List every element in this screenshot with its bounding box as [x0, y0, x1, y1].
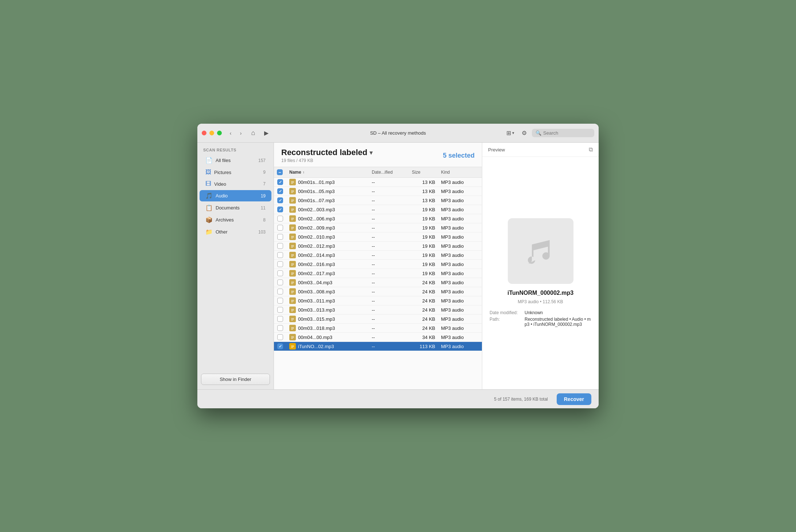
maximize-button[interactable]: [217, 131, 222, 135]
sidebar-item-other[interactable]: 📁 Other 103: [200, 226, 271, 238]
file-name: 00m02...006.mp3: [298, 216, 335, 221]
file-kind: MP3 audio: [438, 207, 482, 212]
sidebar-item-video[interactable]: 🎞 Video 7: [200, 178, 271, 189]
table-row[interactable]: 00m04...00.mp3 -- 34 KB MP3 audio: [274, 333, 482, 342]
file-checkbox-cell[interactable]: [274, 280, 286, 285]
file-checkbox[interactable]: [277, 307, 283, 313]
file-size: 13 KB: [409, 198, 438, 203]
table-row[interactable]: 00m03...011.mp3 -- 24 KB MP3 audio: [274, 296, 482, 305]
file-checkbox-cell[interactable]: [274, 343, 286, 349]
header-name[interactable]: Name ↑: [286, 169, 369, 175]
table-row[interactable]: 00m02...003.mp3 -- 19 KB MP3 audio: [274, 205, 482, 214]
view-toggle-button[interactable]: ⊞ ▾: [504, 128, 517, 138]
svg-rect-48: [290, 289, 295, 294]
file-checkbox-cell[interactable]: [274, 188, 286, 194]
file-checkbox-cell[interactable]: [274, 325, 286, 331]
svg-rect-60: [290, 317, 295, 321]
file-checkbox[interactable]: [277, 325, 283, 331]
file-checkbox-cell[interactable]: [274, 197, 286, 203]
table-row[interactable]: 00m02...012.mp3 -- 19 KB MP3 audio: [274, 242, 482, 251]
search-input[interactable]: [543, 130, 591, 136]
file-size: 19 KB: [409, 252, 438, 258]
table-row[interactable]: 00m02...006.mp3 -- 19 KB MP3 audio: [274, 214, 482, 223]
file-checkbox-cell[interactable]: [274, 225, 286, 231]
table-row[interactable]: 00m01s...07.mp3 -- 13 KB MP3 audio: [274, 196, 482, 205]
file-checkbox-cell[interactable]: [274, 216, 286, 221]
file-checkbox-cell[interactable]: [274, 270, 286, 276]
file-checkbox-cell[interactable]: [274, 243, 286, 249]
file-checkbox[interactable]: [277, 225, 283, 231]
preview-details: Date modified: Unknown Path: Reconstruct…: [490, 310, 591, 328]
file-type-icon: [289, 224, 296, 231]
file-checkbox[interactable]: [277, 243, 283, 249]
header-date[interactable]: Date...ified: [369, 169, 409, 175]
sidebar-item-documents[interactable]: 📋 Documents 11: [200, 202, 271, 213]
filter-button[interactable]: ⚙: [519, 128, 529, 138]
recover-button[interactable]: Recover: [557, 393, 591, 405]
title-dropdown-chevron[interactable]: ▾: [370, 149, 372, 156]
file-type-icon: [289, 334, 296, 340]
select-all-checkbox[interactable]: [277, 169, 283, 175]
table-row[interactable]: 00m03...015.mp3 -- 24 KB MP3 audio: [274, 315, 482, 324]
sidebar-item-all-files[interactable]: 📄 All files 157: [200, 155, 271, 166]
file-checkbox[interactable]: [277, 298, 283, 304]
forward-button[interactable]: ›: [236, 129, 245, 138]
file-checkbox-cell[interactable]: [274, 234, 286, 240]
table-row[interactable]: 00m03...008.mp3 -- 24 KB MP3 audio: [274, 287, 482, 296]
table-row[interactable]: 00m02...009.mp3 -- 19 KB MP3 audio: [274, 223, 482, 232]
sidebar-item-archives[interactable]: 📦 Archives 8: [200, 214, 271, 225]
file-checkbox[interactable]: [277, 252, 283, 258]
file-name-cell: 00m01s...01.mp3: [286, 179, 369, 185]
file-checkbox[interactable]: [277, 343, 283, 349]
file-checkbox[interactable]: [277, 280, 283, 285]
file-checkbox[interactable]: [277, 270, 283, 276]
header-checkbox[interactable]: [274, 169, 286, 175]
file-checkbox-cell[interactable]: [274, 261, 286, 267]
show-in-finder-button[interactable]: Show in Finder: [201, 374, 270, 385]
home-button[interactable]: ⌂: [248, 128, 258, 138]
file-checkbox-cell[interactable]: [274, 289, 286, 294]
file-date: --: [369, 344, 409, 349]
file-checkbox-cell[interactable]: [274, 179, 286, 185]
file-checkbox[interactable]: [277, 216, 283, 221]
file-checkbox[interactable]: [277, 188, 283, 194]
file-checkbox-cell[interactable]: [274, 252, 286, 258]
table-row[interactable]: 00m02...014.mp3 -- 19 KB MP3 audio: [274, 251, 482, 260]
table-row[interactable]: iTunNO...02.mp3 -- 113 KB MP3 audio: [274, 342, 482, 351]
table-row[interactable]: 00m01s...01.mp3 -- 13 KB MP3 audio: [274, 178, 482, 187]
file-checkbox-cell[interactable]: [274, 316, 286, 322]
file-checkbox[interactable]: [277, 179, 283, 185]
table-row[interactable]: 00m02...016.mp3 -- 19 KB MP3 audio: [274, 260, 482, 269]
preview-copy-button[interactable]: ⧉: [589, 146, 593, 153]
header-kind[interactable]: Kind: [438, 169, 482, 175]
file-checkbox[interactable]: [277, 207, 283, 212]
sidebar-item-audio[interactable]: 🎵 Audio 19: [200, 190, 271, 201]
file-checkbox[interactable]: [277, 289, 283, 294]
file-checkbox-cell[interactable]: [274, 307, 286, 313]
file-checkbox[interactable]: [277, 316, 283, 322]
minimize-button[interactable]: [209, 131, 214, 135]
titlebar: ‹ › ⌂ ▶ SD – All recovery methods ⊞ ▾ ⚙ …: [197, 124, 599, 143]
file-checkbox-cell[interactable]: [274, 207, 286, 212]
file-kind: MP3 audio: [438, 307, 482, 313]
close-button[interactable]: [202, 131, 206, 135]
file-checkbox[interactable]: [277, 261, 283, 267]
table-row[interactable]: 00m03...013.mp3 -- 24 KB MP3 audio: [274, 305, 482, 315]
table-row[interactable]: 00m02...017.mp3 -- 19 KB MP3 audio: [274, 269, 482, 278]
file-kind: MP3 audio: [438, 335, 482, 340]
table-row[interactable]: 00m03...018.mp3 -- 24 KB MP3 audio: [274, 324, 482, 333]
file-checkbox-cell[interactable]: [274, 334, 286, 340]
play-button[interactable]: ▶: [261, 128, 271, 138]
table-row[interactable]: 00m01s...05.mp3 -- 13 KB MP3 audio: [274, 187, 482, 196]
traffic-lights: [202, 131, 222, 135]
file-list-container[interactable]: Name ↑ Date...ified Size Kind: [274, 167, 482, 389]
header-size[interactable]: Size: [409, 169, 438, 175]
file-checkbox[interactable]: [277, 334, 283, 340]
back-button[interactable]: ‹: [226, 129, 235, 138]
sidebar-item-pictures[interactable]: 🖼 Pictures 9: [200, 167, 271, 178]
file-checkbox[interactable]: [277, 234, 283, 240]
table-row[interactable]: 00m02...010.mp3 -- 19 KB MP3 audio: [274, 232, 482, 242]
file-checkbox[interactable]: [277, 197, 283, 203]
file-checkbox-cell[interactable]: [274, 298, 286, 304]
table-row[interactable]: 00m03...04.mp3 -- 24 KB MP3 audio: [274, 278, 482, 287]
